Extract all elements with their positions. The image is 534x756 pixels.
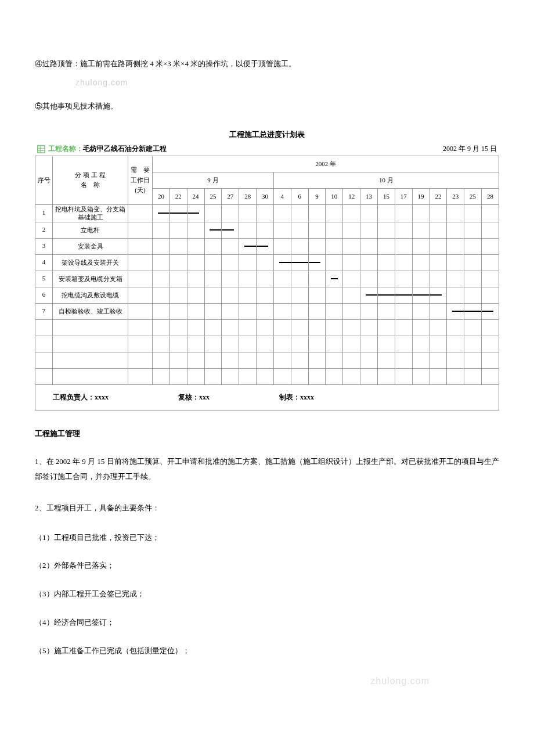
th-days: 需 要 工作日 (天) [128,156,153,204]
svg-rect-0 [38,146,45,153]
th-day: 23 [447,188,464,204]
cell-day [204,254,222,271]
cell-day [273,287,291,303]
cell-day [395,287,412,303]
cell-task-name: 安装箱变及电缆分支箱 [53,271,128,287]
cell-days [128,287,153,303]
cell-day [430,254,447,271]
cell-day [447,238,464,254]
cell-day [482,222,499,238]
cell-task-name [53,336,128,352]
cell-day [447,303,464,319]
gantt-bar [309,262,320,263]
cell-day [169,287,187,303]
cell-day [482,319,499,336]
cell-day [412,303,430,319]
th-day: 17 [395,188,412,204]
cell-day [153,303,170,319]
section-heading: 工程施工管理 [35,428,499,440]
th-day: 15 [377,188,395,204]
cell-task-name: 挖电杆坑及箱变、分支箱基础施工 [53,204,128,222]
table-row [35,336,499,352]
cell-day [187,287,204,303]
cell-day [291,254,308,271]
gantt-bar [210,229,221,231]
gantt-bar [452,311,464,312]
cell-seq [35,368,53,384]
cell-day [153,352,170,368]
th-year: 2002 年 [153,156,499,172]
cell-day [153,222,170,238]
cell-day [153,254,170,271]
cell-day [326,303,343,319]
cell-task-name [53,319,128,336]
cell-day [273,368,291,384]
cell-day [257,287,274,303]
cell-day [291,204,308,222]
cell-seq: 1 [35,204,53,222]
cell-day [377,204,395,222]
cell-day [291,319,308,336]
cell-day [360,287,378,303]
table-row: 6挖电缆沟及敷设电缆 [35,287,499,303]
table-row [35,319,499,336]
gantt-bar [482,311,493,312]
cell-day [395,336,412,352]
cell-day [430,222,447,238]
cell-day [395,204,412,222]
cell-day [395,254,412,271]
table-icon [37,145,45,153]
table-row: 1挖电杆坑及箱变、分支箱基础施工 [35,204,499,222]
cell-day [204,204,222,222]
cell-day [412,368,430,384]
cell-day [464,319,482,336]
section-p1: 1、在 2002 年 9 月 15 日前将施工预算、开工申请和批准的施工方案、施… [35,454,499,484]
cell-day [204,238,222,254]
gantt-chart: 工程施工总进度计划表 工程名称：毛纺甲乙线石油分新建工程 2002 年 9 月 … [35,129,499,411]
gantt-bar [366,294,377,296]
cell-seq [35,352,53,368]
cell-day [343,254,360,271]
cell-day [343,303,360,319]
cell-days [128,319,153,336]
cell-day [257,303,274,319]
intro-para-5: ⑤其他事项见技术措施。 [35,100,499,113]
cell-day [343,319,360,336]
cell-day [377,222,395,238]
gantt-bar [331,278,338,279]
th-day: 25 [204,188,222,204]
cell-day [430,336,447,352]
cell-day [430,303,447,319]
cell-day [377,352,395,368]
cell-day [257,368,274,384]
cell-day [204,319,222,336]
cell-day [326,287,343,303]
table-row: 5安装箱变及电缆分支箱 [35,271,499,287]
cell-day [273,352,291,368]
cell-day [308,204,326,222]
cell-day [308,254,326,271]
cell-day [308,303,326,319]
th-month-sep: 9 月 [153,172,274,188]
th-day: 9 [308,188,326,204]
gantt-bar [291,262,308,263]
cell-day [239,238,257,254]
cell-day [464,303,482,319]
cell-day [273,238,291,254]
cell-day [222,271,239,287]
cell-task-name [53,368,128,384]
cell-day [412,352,430,368]
cell-day [482,204,499,222]
cell-day [257,271,274,287]
cell-day [273,204,291,222]
cell-task-name: 挖电缆沟及敷设电缆 [53,287,128,303]
cell-day [464,287,482,303]
cell-day [222,368,239,384]
cell-day [360,271,378,287]
cell-day [187,204,204,222]
th-day: 25 [464,188,482,204]
gantt-bar [170,213,187,214]
cell-day [204,303,222,319]
section-p2: 2、工程项目开工，具备的主要条件： [35,501,499,516]
cell-day [239,303,257,319]
